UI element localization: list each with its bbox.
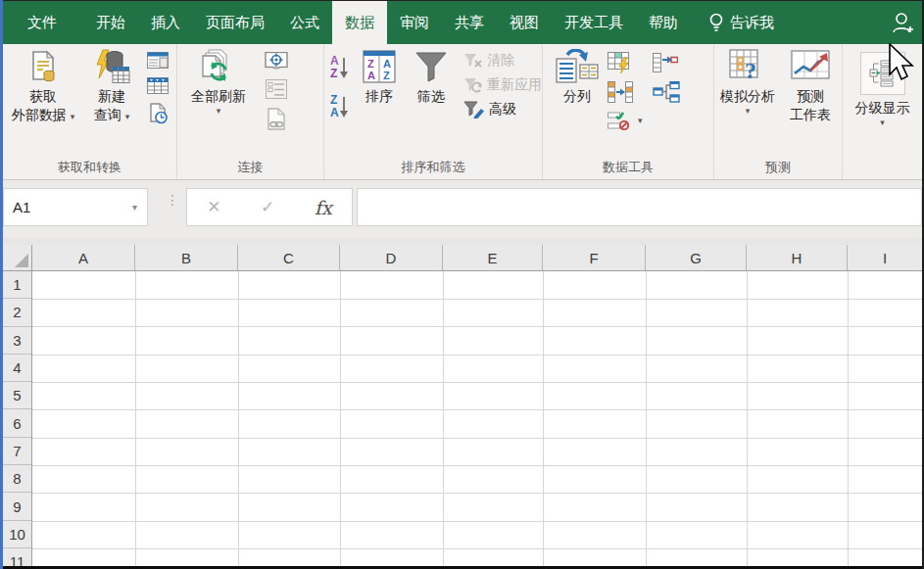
tab-help[interactable]: 帮助 xyxy=(636,1,691,44)
chevron-down-icon: ▾ xyxy=(880,118,885,127)
filter-label: 筛选 xyxy=(417,87,445,106)
properties-button[interactable] xyxy=(266,79,287,99)
row-header-10[interactable]: 10 xyxy=(3,521,31,548)
tab-home[interactable]: 开始 xyxy=(83,1,138,44)
sort-icon: Z A A Z xyxy=(363,49,396,84)
row-headers: 1 2 3 4 5 6 7 8 9 10 11 xyxy=(3,271,32,566)
text-to-columns-icon xyxy=(556,49,599,84)
forecast-sheet-button[interactable]: 预测 工作表 xyxy=(781,44,840,124)
tab-developer[interactable]: 开发工具 xyxy=(552,1,636,44)
forecast-sheet-label-1: 预测 xyxy=(797,87,824,106)
worksheet-grid[interactable]: 1 2 3 4 5 6 7 8 9 10 11 xyxy=(3,271,922,566)
svg-text:A: A xyxy=(330,54,339,68)
clear-filter-icon xyxy=(463,53,483,69)
sort-label: 排序 xyxy=(365,87,393,106)
svg-text:A: A xyxy=(383,58,391,70)
sort-button[interactable]: Z A A Z 排序 xyxy=(357,44,403,106)
get-external-data-label-1: 获取 xyxy=(29,87,57,106)
get-external-data-label-2: 外部数据 ▾ xyxy=(12,106,74,124)
column-header-b[interactable]: B xyxy=(135,245,238,270)
column-header-e[interactable]: E xyxy=(443,245,543,270)
sort-descending-button[interactable]: Z A xyxy=(328,93,352,119)
svg-text:A: A xyxy=(330,106,339,119)
row-header-9[interactable]: 9 xyxy=(3,493,31,520)
column-header-d[interactable]: D xyxy=(340,245,443,270)
text-to-columns-label: 分列 xyxy=(563,87,591,106)
select-all-triangle-icon xyxy=(15,254,28,267)
row-header-1[interactable]: 1 xyxy=(3,271,31,299)
tab-page-layout[interactable]: 页面布局 xyxy=(193,1,277,44)
get-external-data-button[interactable]: 获取 外部数据 ▾ xyxy=(3,44,83,124)
advanced-filter-button[interactable]: 高级 xyxy=(463,101,542,119)
refresh-all-button[interactable]: 全部刷新 ▾ xyxy=(183,44,254,116)
row-header-2[interactable]: 2 xyxy=(3,299,31,326)
formula-input[interactable] xyxy=(357,188,922,226)
new-query-label-2: 查询 ▾ xyxy=(94,106,129,124)
clear-filter-button[interactable]: 清除 xyxy=(463,52,542,70)
tab-review[interactable]: 审阅 xyxy=(387,1,442,44)
data-validation-button[interactable]: ▾ xyxy=(608,111,643,130)
get-transform-small-buttons xyxy=(140,44,175,124)
svg-text:A: A xyxy=(367,70,375,81)
row-header-6[interactable]: 6 xyxy=(3,409,31,437)
group-label-sort-filter: 排序和筛选 xyxy=(324,159,542,176)
new-query-button[interactable]: 新建 查询 ▾ xyxy=(83,44,140,124)
column-header-a[interactable]: A xyxy=(32,245,135,270)
row-header-4[interactable]: 4 xyxy=(3,355,31,382)
from-table-button[interactable] xyxy=(147,77,169,94)
filter-option-buttons: 清除 重新应用 高级 xyxy=(463,44,542,119)
reapply-filter-button[interactable]: 重新应用 xyxy=(463,76,542,94)
tab-formulas[interactable]: 公式 xyxy=(277,1,332,44)
column-header-f[interactable]: F xyxy=(543,245,646,270)
account-button[interactable] xyxy=(891,1,922,44)
column-header-i[interactable]: I xyxy=(848,245,922,270)
remove-duplicates-button[interactable] xyxy=(608,81,643,103)
what-if-analysis-button[interactable]: ? 模拟分析 ▾ xyxy=(714,44,781,116)
consolidate-button[interactable] xyxy=(653,53,680,72)
tab-view[interactable]: 视图 xyxy=(497,1,552,44)
tell-me-button[interactable]: 告诉我 xyxy=(708,1,774,44)
insert-function-icon[interactable]: fx xyxy=(315,197,332,218)
new-query-icon xyxy=(93,49,130,84)
column-header-g[interactable]: G xyxy=(646,245,747,270)
select-all-button[interactable] xyxy=(3,245,32,270)
column-header-h[interactable]: H xyxy=(747,245,848,270)
row-header-3[interactable]: 3 xyxy=(3,327,31,355)
new-query-label-1: 新建 xyxy=(98,87,125,106)
edit-links-button[interactable] xyxy=(266,108,287,131)
connections-button[interactable] xyxy=(265,52,288,71)
gridline xyxy=(32,493,922,494)
svg-text:Z: Z xyxy=(330,67,337,79)
gridline xyxy=(32,409,922,410)
name-box-value: A1 xyxy=(13,199,30,215)
tab-data[interactable]: 数据 xyxy=(332,1,387,44)
text-to-columns-button[interactable]: 分列 xyxy=(547,44,608,106)
gridline xyxy=(32,465,922,466)
formula-bar-resize-handle[interactable]: ⋮ xyxy=(166,196,175,204)
group-label-forecast: 预测 xyxy=(714,159,842,176)
advanced-filter-icon xyxy=(463,101,485,119)
group-label-get-transform: 获取和转换 xyxy=(3,159,176,176)
show-queries-button[interactable] xyxy=(147,52,169,69)
column-header-c[interactable]: C xyxy=(238,245,340,270)
chevron-down-icon: ▾ xyxy=(132,203,137,213)
mouse-cursor xyxy=(888,43,917,86)
sort-ascending-button[interactable]: A Z xyxy=(328,54,352,79)
row-header-7[interactable]: 7 xyxy=(3,438,31,465)
svg-text:Z: Z xyxy=(330,93,337,107)
relationships-button[interactable] xyxy=(653,81,680,103)
row-header-5[interactable]: 5 xyxy=(3,382,31,409)
row-header-8[interactable]: 8 xyxy=(3,465,31,493)
flash-fill-button[interactable] xyxy=(608,52,643,73)
tab-share[interactable]: 共享 xyxy=(442,1,497,44)
gridline xyxy=(32,521,922,522)
tab-insert[interactable]: 插入 xyxy=(138,1,193,44)
cancel-icon[interactable]: ✕ xyxy=(207,197,220,217)
recent-sources-button[interactable] xyxy=(147,103,169,124)
gridline xyxy=(32,299,922,300)
name-box[interactable]: A1 ▾ xyxy=(3,188,148,226)
group-sort-filter: A Z Z A xyxy=(324,44,543,179)
enter-icon[interactable]: ✓ xyxy=(261,197,274,217)
filter-button[interactable]: 筛选 xyxy=(406,44,456,106)
tab-file[interactable]: 文件 xyxy=(15,1,70,44)
